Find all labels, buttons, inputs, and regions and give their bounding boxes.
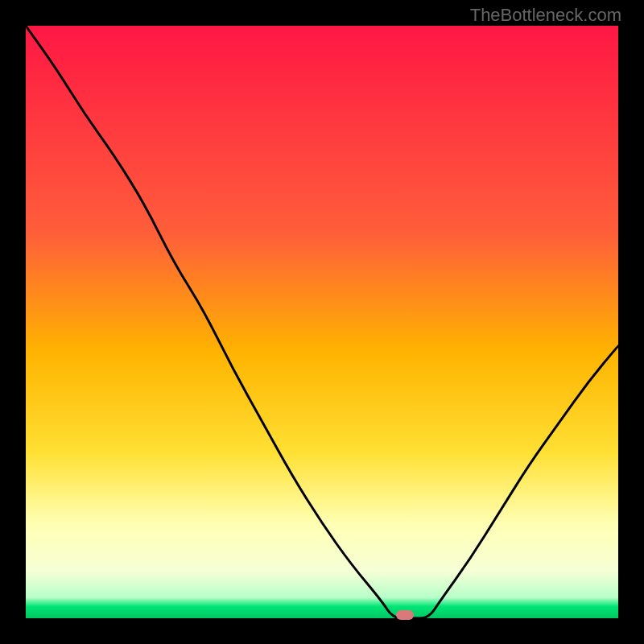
- watermark-text: TheBottleneck.com: [470, 5, 621, 26]
- optimal-point-marker: [396, 610, 414, 620]
- gradient-background: [26, 26, 618, 618]
- plot-area: [26, 26, 618, 618]
- svg-rect-0: [26, 26, 618, 618]
